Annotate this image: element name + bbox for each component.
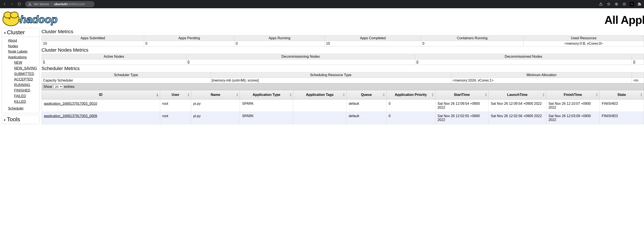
scheduler-metrics-table: Scheduler Type Scheduling Resource Type …	[42, 72, 644, 83]
th-decommissioning-nodes: Decommissioning Nodes	[186, 54, 415, 59]
th-app-tags[interactable]: Application Tags▲▼	[293, 90, 346, 100]
apps-tbody: application_1669137917003_0010 root pi.p…	[42, 100, 644, 124]
th-state[interactable]: State▲▼	[600, 90, 644, 100]
th-finish-time[interactable]: FinishTime▲▼	[546, 90, 600, 100]
reload-icon[interactable]	[17, 2, 22, 7]
td-finish: Sat Nov 26 12:03:09 +0900 2022	[546, 112, 600, 124]
td-start: Sat Nov 26 12:09:54 +0900 2022	[435, 100, 488, 112]
th-decommissioned-nodes: Decommissioned Nodes	[415, 54, 632, 59]
node-metrics-heading: Cluster Nodes Metrics	[42, 47, 644, 53]
application-link[interactable]: application_1669137917003_0010	[44, 102, 97, 105]
scheduler-metrics-heading: Scheduler Metrics	[42, 66, 644, 71]
not-secure-label: Not Secure	[34, 3, 49, 6]
sidebar-item-nodes[interactable]: Nodes	[8, 43, 37, 49]
page-size-select[interactable]: 20	[54, 84, 63, 89]
td-apps-pending: 0	[144, 41, 234, 46]
sidebar-item-accepted[interactable]: ACCEPTED	[14, 77, 37, 82]
td-used-resources: <memory:0 B, vCores:0>	[524, 41, 644, 46]
table-row: Capacity Scheduler [memory-mb (unit=Mi),…	[42, 78, 644, 83]
td-state: FINISHED	[600, 112, 644, 124]
th-app-type[interactable]: Application Type▲▼	[240, 90, 293, 100]
svg-point-8	[624, 4, 624, 4]
th-apps-pending: Apps Pending	[144, 36, 234, 41]
sidebar: ▾ Cluster About Nodes Node Labels Applic…	[0, 28, 40, 126]
th-start-time[interactable]: StartTime▲▼	[435, 90, 488, 100]
td-id: application_1669137917003_0009	[42, 112, 160, 124]
back-icon[interactable]	[2, 2, 7, 7]
address-bar[interactable]: Not Secure | ubuntu01:8088/cluster	[25, 1, 94, 7]
sidebar-toggle-cluster[interactable]: ▾ Cluster	[2, 28, 39, 37]
extensions-icon[interactable]	[637, 2, 642, 7]
sidebar-item-about[interactable]: About	[8, 38, 37, 43]
bookmark-star-icon[interactable]	[606, 2, 611, 7]
main-content: Cluster Metrics Apps Submitted Apps Pend…	[40, 28, 644, 124]
th-user[interactable]: User▲▼	[160, 90, 191, 100]
applications-table: ID▲▼ User▲▼ Name▲▼ Application Type▲▼ Ap…	[42, 90, 644, 124]
ext-square-icon[interactable]: ∿	[630, 2, 634, 6]
th-id[interactable]: ID▲▼	[42, 90, 160, 100]
sidebar-item-applications[interactable]: Applications	[8, 55, 37, 60]
th-apps-submitted: Apps Submitted	[42, 36, 144, 41]
cluster-metrics-table: Apps Submitted Apps Pending Apps Running…	[42, 35, 644, 46]
svg-point-5	[616, 4, 617, 4]
table-row: 10 0 0 10 0 <memory:0 B, vCores:0>	[42, 41, 644, 46]
chevron-right-icon: ▸	[4, 118, 6, 121]
node-metrics-table: Active Nodes Decommissioning Nodes Decom…	[42, 54, 644, 65]
td-user: root	[160, 100, 191, 112]
show-label-prefix: Show	[44, 85, 52, 89]
td-start: Sat Nov 26 12:02:55 +0900 2022	[435, 112, 488, 124]
forward-icon[interactable]	[10, 2, 14, 7]
sort-icon: ▲▼	[187, 93, 190, 97]
th-launch-time[interactable]: LaunchTime▲▼	[488, 90, 546, 100]
td-min-allocation: <memory:1024, vCores:1>	[451, 78, 632, 83]
td-state: FINISHED	[600, 100, 644, 112]
td-scheduling-resource-type: [memory-mb (unit=Mi), vcores]	[210, 78, 451, 83]
decommissioning-nodes-link[interactable]: 0	[188, 60, 190, 64]
td-scheduler-type: Capacity Scheduler	[42, 78, 210, 83]
th-queue[interactable]: Queue▲▼	[346, 90, 386, 100]
td-name: pi.py	[191, 112, 240, 124]
atom-icon[interactable]	[614, 2, 619, 7]
sidebar-item-finished[interactable]: FINISHED	[14, 88, 37, 93]
sidebar-item-running[interactable]: RUNNING	[14, 82, 37, 88]
th-hidden	[632, 54, 644, 59]
sidebar-section-label: Tools	[7, 116, 20, 123]
sidebar-item-failed[interactable]: FAILED	[14, 93, 37, 99]
th-used-resources: Used Resources	[524, 36, 644, 41]
th-app-priority[interactable]: Application Priority▲▼	[386, 90, 435, 100]
td-priority: 0	[386, 100, 435, 112]
sidebar-item-submitted[interactable]: SUBMITTED	[14, 71, 37, 77]
table-row: application_1669137917003_0010 root pi.p…	[42, 100, 644, 112]
sidebar-item-node-labels[interactable]: Node Labels	[8, 49, 37, 55]
sidebar-item-new[interactable]: NEW	[14, 60, 37, 66]
td-queue: default	[346, 112, 386, 124]
th-scheduling-resource-type: Scheduling Resource Type	[210, 72, 451, 78]
table-row: application_1669137917003_0009 root pi.p…	[42, 112, 644, 124]
share-icon[interactable]	[598, 2, 603, 7]
sidebar-item-killed[interactable]: KILLED	[14, 99, 37, 105]
svg-point-11	[10, 12, 18, 18]
td-priority: 0	[386, 112, 435, 124]
th-apps-running: Apps Running	[234, 36, 324, 41]
decommissioned-nodes-link[interactable]: 0	[416, 60, 418, 64]
sidebar-section-label: Cluster	[7, 29, 25, 36]
sidebar-section-tools: ▸ Tools	[2, 115, 40, 124]
th-min-allocation: Minimum Allocation	[451, 72, 632, 78]
svg-point-0	[30, 5, 30, 5]
th-name[interactable]: Name▲▼	[191, 90, 240, 100]
svg-point-12	[9, 18, 10, 19]
sidebar-item-scheduler[interactable]: Scheduler	[8, 106, 37, 111]
application-link[interactable]: application_1669137917003_0009	[44, 114, 97, 118]
extra-nodes-link[interactable]: 0	[633, 60, 635, 64]
sidebar-toggle-tools[interactable]: ▸ Tools	[2, 115, 39, 124]
sort-icon: ▲▼	[596, 93, 598, 97]
td-apps-running: 0	[234, 41, 324, 46]
sort-icon: ▲▼	[342, 93, 345, 97]
td-finish: Sat Nov 26 12:10:07 +0900 2022	[546, 100, 600, 112]
active-nodes-link[interactable]: 5	[43, 60, 45, 64]
td-launch: Sat Nov 26 12:02:56 +0900 2022	[488, 112, 546, 124]
th-max-hidden	[632, 72, 644, 78]
sidebar-item-new-saving[interactable]: NEW_SAVING	[14, 66, 37, 71]
cluster-metrics-heading: Cluster Metrics	[42, 29, 644, 35]
target-icon[interactable]	[622, 2, 627, 7]
